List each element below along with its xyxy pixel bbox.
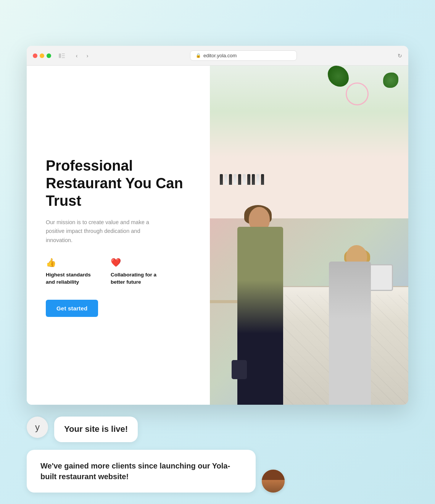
browser-chrome: ‹ › 🔒 editor.yola.com ↻ (27, 46, 408, 66)
bottle-2 (224, 174, 227, 185)
yola-avatar: y (27, 417, 48, 438)
feature-label-1: Highest standards and reliability (46, 271, 95, 286)
svg-rect-1 (62, 53, 65, 54)
sidebar-toggle-button[interactable] (56, 52, 67, 60)
lock-icon: 🔒 (196, 53, 201, 58)
chat-area: y Your site is live! We've gained more c… (27, 417, 408, 493)
chat-row-testimonial: We've gained more clients since launchin… (27, 450, 408, 493)
traffic-lights (33, 53, 51, 58)
feature-item-1: 👍 Highest standards and reliability (46, 258, 95, 286)
url-text: editor.yola.com (203, 53, 237, 58)
avatar-hair (262, 470, 285, 480)
staff-body (329, 262, 371, 405)
traffic-light-green[interactable] (47, 53, 51, 58)
browser-window: ‹ › 🔒 editor.yola.com ↻ Professional Res… (27, 46, 408, 405)
chat-bubble-testimonial: We've gained more clients since launchin… (27, 450, 256, 493)
right-panel-image (210, 66, 408, 405)
heart-icon: ❤️ (111, 258, 160, 268)
chat-bubble-notification: Your site is live! (54, 417, 138, 442)
hero-description: Our mission is to create value and make … (46, 218, 153, 245)
svg-rect-0 (59, 53, 61, 58)
user-avatar (262, 470, 285, 493)
chat-bubble-testimonial-text: We've gained more clients since launchin… (40, 462, 230, 481)
get-started-button[interactable]: Get started (46, 300, 98, 317)
bottle-1 (220, 174, 223, 185)
feature-item-2: ❤️ Collaborating for a better future (111, 258, 160, 286)
browser-nav-controls: ‹ › (72, 52, 92, 60)
avatar-face (262, 470, 285, 493)
customer-bag (232, 360, 247, 379)
traffic-light-yellow[interactable] (40, 53, 44, 58)
customer-figure (230, 150, 306, 405)
restaurant-scene (210, 66, 408, 405)
reload-button[interactable]: ↻ (398, 53, 402, 59)
hero-heading: Professional Restaurant You Can Trust (46, 157, 191, 210)
yola-logo-letter: y (35, 422, 40, 433)
forward-button[interactable]: › (83, 52, 92, 60)
traffic-light-red[interactable] (33, 53, 37, 58)
feature-label-2: Collaborating for a better future (111, 271, 160, 286)
features-row: 👍 Highest standards and reliability ❤️ C… (46, 258, 191, 286)
back-button[interactable]: ‹ (72, 52, 81, 60)
svg-rect-3 (62, 57, 65, 58)
chat-row-notification: y Your site is live! (27, 417, 408, 442)
staff-figure (310, 184, 379, 405)
address-bar-wrapper: 🔒 editor.yola.com (97, 50, 390, 61)
chat-bubble-notification-text: Your site is live! (64, 424, 128, 434)
neon-circle-decoration (346, 82, 369, 105)
browser-content: Professional Restaurant You Can Trust Ou… (27, 66, 408, 405)
svg-rect-2 (62, 55, 65, 56)
plant-decoration-1 (383, 73, 398, 88)
thumbs-up-icon: 👍 (46, 258, 95, 268)
left-panel: Professional Restaurant You Can Trust Ou… (27, 66, 210, 405)
address-bar[interactable]: 🔒 editor.yola.com (190, 50, 297, 61)
